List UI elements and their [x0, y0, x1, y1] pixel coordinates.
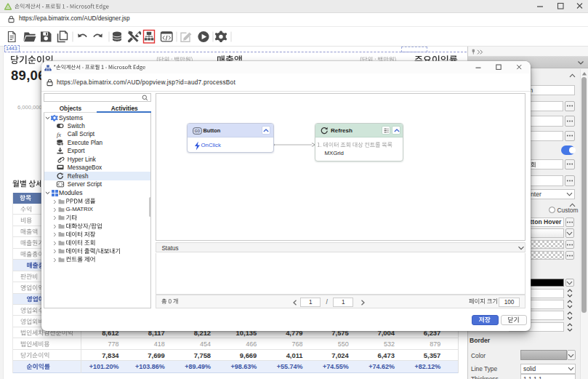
svg-text:fx: fx — [57, 131, 61, 138]
svg-text:GO: GO — [194, 129, 200, 133]
